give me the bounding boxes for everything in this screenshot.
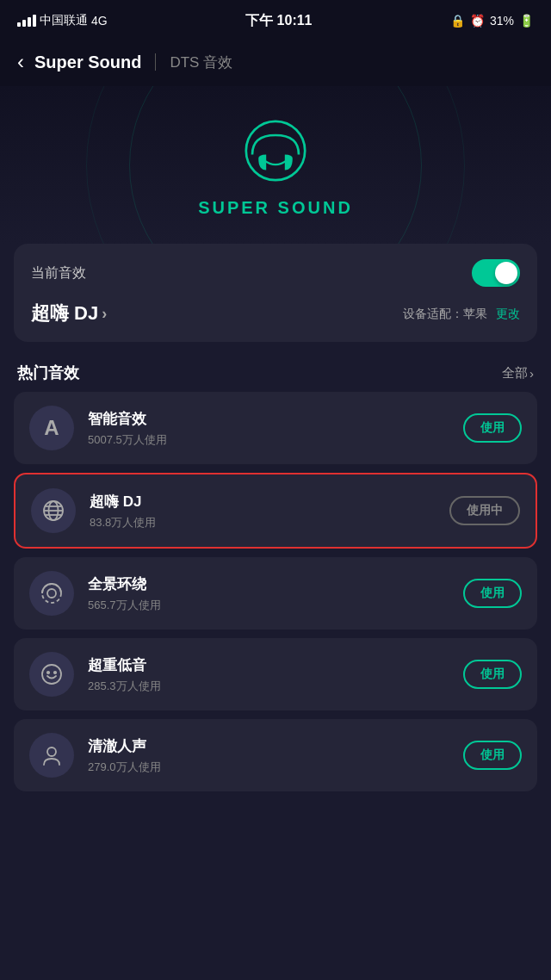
effect-name-dj: 超嗨 DJ — [90, 492, 436, 512]
header-subtitle: DTS 音效 — [170, 53, 232, 72]
svg-point-10 — [54, 672, 56, 673]
effect-name-surround: 全景环绕 — [88, 574, 449, 594]
time-label: 下午 10:11 — [245, 12, 312, 30]
header: ‹ Super Sound DTS 音效 — [0, 38, 551, 86]
status-left: 中国联通 4G — [17, 13, 108, 28]
effect-users-surround: 565.7万人使用 — [88, 598, 449, 613]
status-right: 🔒 ⏰ 31% 🔋 — [450, 14, 534, 28]
effect-btn-smart[interactable]: 使用 — [463, 413, 522, 443]
effect-item-dj[interactable]: 超嗨 DJ 83.8万人使用 使用中 — [14, 473, 537, 549]
effect-item-vocal[interactable]: 清澈人声 279.0万人使用 使用 — [14, 719, 537, 791]
effect-icon-smart: A — [29, 406, 74, 450]
svg-point-9 — [47, 672, 49, 673]
effect-btn-dj[interactable]: 使用中 — [449, 496, 520, 525]
effect-item-smart[interactable]: A 智能音效 5007.5万人使用 使用 — [14, 392, 537, 464]
back-button[interactable]: ‹ — [17, 52, 24, 72]
device-label: 设备适配：苹果 — [403, 307, 487, 320]
alarm-icon: ⏰ — [470, 14, 485, 28]
effect-icon-dj — [31, 488, 76, 533]
effect-icon-bass — [29, 652, 74, 697]
effect-item-bass[interactable]: 超重低音 285.3万人使用 使用 — [14, 638, 537, 710]
popular-section-header: 热门音效 全部 › — [0, 352, 551, 392]
device-info: 设备适配：苹果 更改 — [403, 306, 520, 322]
effect-item-surround[interactable]: 全景环绕 565.7万人使用 使用 — [14, 557, 537, 630]
card-bottom: 超嗨 DJ › 设备适配：苹果 更改 — [31, 301, 520, 326]
carrier-label: 中国联通 — [40, 13, 88, 28]
svg-point-8 — [42, 665, 61, 684]
effect-list: A 智能音效 5007.5万人使用 使用 超嗨 DJ 83.8万人使用 使用中 … — [0, 392, 551, 791]
effect-name-vocal: 清澈人声 — [88, 736, 449, 756]
effect-users-bass: 285.3万人使用 — [88, 679, 449, 694]
header-divider — [155, 53, 156, 71]
svg-point-6 — [47, 589, 56, 598]
effect-users-vocal: 279.0万人使用 — [88, 760, 449, 775]
current-effect-label: 当前音效 — [31, 264, 86, 282]
effect-icon-vocal — [29, 733, 74, 778]
current-effect-card: 当前音效 超嗨 DJ › 设备适配：苹果 更改 — [14, 244, 537, 342]
effect-toggle[interactable] — [472, 259, 520, 287]
super-sound-logo — [237, 112, 314, 189]
hero-section: SUPER SOUND — [0, 86, 551, 244]
current-effect-name[interactable]: 超嗨 DJ › — [31, 301, 107, 326]
popular-title: 热门音效 — [17, 363, 79, 383]
card-top: 当前音效 — [31, 259, 520, 287]
effect-icon-surround — [29, 571, 74, 616]
effect-info-bass: 超重低音 285.3万人使用 — [88, 655, 449, 694]
effect-btn-bass[interactable]: 使用 — [463, 660, 522, 689]
signal-icon — [17, 15, 36, 27]
effect-name-smart: 智能音效 — [88, 409, 449, 429]
effect-info-dj: 超嗨 DJ 83.8万人使用 — [90, 492, 436, 530]
effect-btn-vocal[interactable]: 使用 — [463, 741, 522, 770]
effect-info-surround: 全景环绕 565.7万人使用 — [88, 574, 449, 613]
svg-point-11 — [47, 747, 56, 756]
effect-info-vocal: 清澈人声 279.0万人使用 — [88, 736, 449, 775]
effect-info-smart: 智能音效 5007.5万人使用 — [88, 409, 449, 448]
effect-btn-surround[interactable]: 使用 — [463, 579, 522, 608]
toggle-thumb — [495, 262, 517, 284]
lock-icon: 🔒 — [450, 14, 465, 28]
svg-point-0 — [246, 121, 305, 180]
page-title: Super Sound — [34, 53, 141, 72]
battery-label: 31% — [490, 14, 514, 28]
effect-users-dj: 83.8万人使用 — [90, 515, 436, 530]
brand-name: SUPER SOUND — [198, 198, 353, 218]
effect-name-bass: 超重低音 — [88, 655, 449, 675]
change-button[interactable]: 更改 — [496, 307, 520, 320]
network-label: 4G — [91, 14, 108, 28]
status-bar: 中国联通 4G 下午 10:11 🔒 ⏰ 31% 🔋 — [0, 0, 551, 38]
chevron-right-icon: › — [102, 305, 107, 323]
battery-icon: 🔋 — [519, 14, 534, 28]
view-all-button[interactable]: 全部 › — [502, 365, 534, 381]
effect-users-smart: 5007.5万人使用 — [88, 432, 449, 448]
